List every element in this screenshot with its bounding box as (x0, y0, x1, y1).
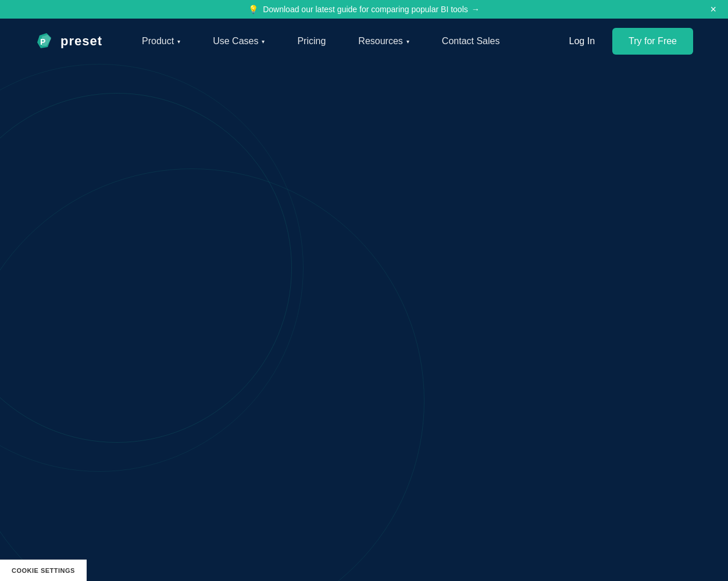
login-button[interactable]: Log In (559, 30, 605, 52)
nav-contact-sales-label: Contact Sales (442, 36, 500, 46)
try-free-button[interactable]: Try for Free (612, 28, 693, 55)
nav-actions: Log In Try for Free (559, 28, 693, 55)
nav-pricing-label: Pricing (297, 36, 326, 46)
hero-section: Open, cost-effective business intelligen… (0, 64, 728, 581)
navbar: P preset Product ▾ Use Cases ▾ Pricing R… (0, 19, 728, 64)
logo-text: preset (60, 34, 102, 49)
svg-text:P: P (40, 37, 45, 46)
nav-resources-label: Resources (358, 36, 402, 46)
close-icon[interactable]: × (710, 4, 716, 15)
cookie-settings-button[interactable]: COOKIE SETTINGS (0, 560, 87, 581)
bulb-icon: 💡 (248, 5, 258, 14)
nav-product-label: Product (142, 36, 174, 46)
announcement-bar: 💡 Download our latest guide for comparin… (0, 0, 728, 19)
nav-resources[interactable]: Resources ▾ (342, 30, 425, 52)
announcement-text: Download our latest guide for comparing … (263, 5, 468, 14)
logo[interactable]: P preset (35, 31, 102, 52)
chevron-down-icon: ▾ (177, 38, 180, 45)
nav-contact-sales[interactable]: Contact Sales (426, 30, 516, 52)
announcement-link[interactable]: Download our latest guide for comparing … (263, 5, 480, 14)
chevron-down-icon: ▾ (406, 38, 409, 45)
nav-use-cases-label: Use Cases (213, 36, 258, 46)
nav-pricing[interactable]: Pricing (281, 30, 342, 52)
wave-ring-1 (0, 168, 424, 581)
nav-product[interactable]: Product ▾ (126, 30, 197, 52)
nav-use-cases[interactable]: Use Cases ▾ (197, 30, 281, 52)
chevron-down-icon: ▾ (262, 38, 265, 45)
arrow-icon: → (472, 5, 480, 14)
nav-links: Product ▾ Use Cases ▾ Pricing Resources … (126, 30, 559, 52)
